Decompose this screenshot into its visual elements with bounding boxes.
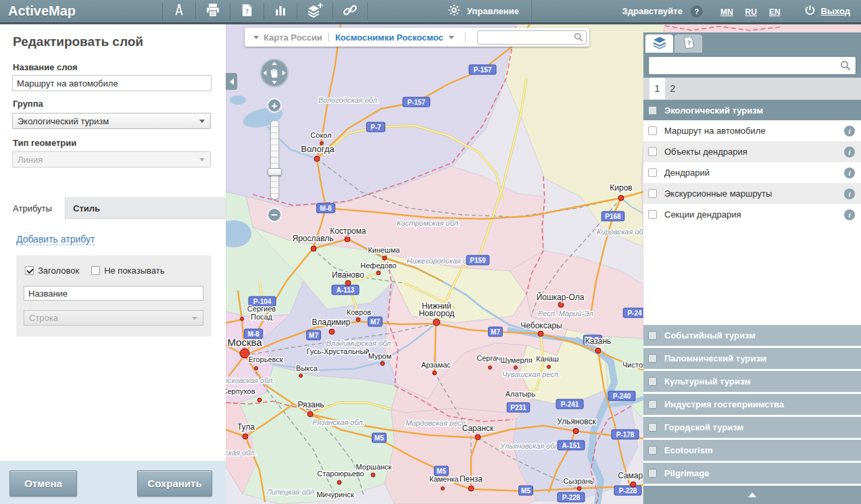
cancel-button[interactable]: Отмена (9, 470, 77, 497)
road-badge: М5 (519, 486, 533, 495)
chevron-down-icon[interactable] (449, 36, 454, 39)
layer-group-header[interactable]: Городской туризм (643, 417, 861, 438)
save-button[interactable]: Сохранить (137, 470, 212, 497)
layers-icon (651, 34, 668, 53)
svg-text:Р-241: Р-241 (561, 401, 579, 408)
group-select[interactable]: Экологический туризм (12, 113, 211, 129)
zoom-slider-handle[interactable] (268, 168, 282, 176)
layer-group-header[interactable]: Pilgrimage (643, 463, 861, 484)
svg-text:М7: М7 (491, 328, 500, 336)
svg-text:Егорьевск: Егорьевск (248, 355, 282, 363)
road-badge: М5 (372, 433, 387, 443)
layer-row[interactable]: Экскурсионные маршрутыi (643, 183, 861, 204)
zoom-slider[interactable] (270, 120, 279, 199)
language-link-mn[interactable]: MN (720, 7, 733, 17)
tab-style[interactable]: Стиль (65, 197, 108, 219)
tab-layers[interactable] (645, 34, 673, 53)
attribute-name-input[interactable] (24, 286, 203, 301)
hide-checkbox[interactable] (91, 266, 100, 275)
map-search-input[interactable] (477, 30, 587, 45)
layer-checkbox[interactable] (648, 147, 657, 156)
svg-text:Ярославль: Ярославль (292, 234, 333, 243)
svg-text:Иваново: Иваново (332, 270, 364, 280)
info-icon[interactable]: i (844, 126, 855, 136)
panel-scroll-up-button[interactable] (643, 486, 861, 504)
svg-text:Р-7: Р-7 (370, 124, 381, 131)
search-icon[interactable] (574, 32, 583, 44)
info-icon[interactable]: i (844, 168, 855, 178)
map-layer-switcher: Карта России Космоснимки Роскосмос (245, 28, 589, 47)
layer-checkbox[interactable] (648, 446, 657, 455)
layer-name-input[interactable] (12, 75, 212, 91)
svg-text:М5: М5 (521, 487, 531, 495)
layer-search-input[interactable] (648, 56, 856, 75)
layer-row[interactable]: Маршрут на автомобилеi (643, 120, 861, 141)
layer-checkbox[interactable] (648, 377, 657, 386)
svg-text:Владимир: Владимир (312, 318, 350, 327)
layer-checkbox[interactable] (648, 331, 657, 340)
layer-page-2[interactable]: 2 (665, 78, 681, 99)
svg-text:Тула: Тула (237, 422, 255, 432)
layer-checkbox[interactable] (648, 126, 657, 135)
title-checkbox[interactable] (25, 266, 34, 275)
print-button[interactable] (196, 3, 230, 20)
layer-name: Объекты дендрария (664, 147, 747, 157)
info-icon[interactable]: i (844, 188, 855, 199)
svg-text:Ульяновск: Ульяновск (557, 417, 596, 426)
layer-row[interactable]: Секции дендрарияi (643, 204, 861, 225)
add-attribute-link[interactable]: Добавить атрибут (16, 234, 95, 245)
collapse-left-panel-button[interactable] (226, 73, 237, 90)
add-layer-button[interactable] (297, 3, 333, 20)
attribute-type-select: Строка (24, 310, 203, 326)
layer-group-header[interactable]: Индустрия гостеприимства (643, 394, 861, 415)
layer-checkbox[interactable] (648, 423, 657, 432)
region-label: Кировская обл. (597, 228, 649, 236)
zoom-in-button[interactable]: + (267, 98, 282, 113)
help-button[interactable]: ? (691, 5, 703, 18)
region-label: Московская обл. (226, 376, 274, 384)
region-label: Респ. Марий-Эл (538, 309, 593, 318)
logout-button[interactable]: Выход (804, 4, 850, 19)
svg-text:Шумерля: Шумерля (500, 356, 532, 364)
layer-checkbox[interactable] (648, 469, 657, 478)
layer-checkbox[interactable] (648, 168, 657, 177)
layer-group-header[interactable]: Ecotourism (643, 440, 861, 461)
top-bar-right: Здравствуйте ? MNRUEN Выход (622, 4, 850, 19)
layer-checkbox[interactable] (648, 106, 657, 115)
layer-checkbox[interactable] (648, 210, 657, 219)
layer-group-header[interactable]: Экологический туризм (643, 100, 861, 120)
base-layer-button[interactable]: Карта России (264, 32, 322, 43)
tab-attributes[interactable]: Атрибуты (0, 197, 66, 219)
language-link-ru[interactable]: RU (745, 7, 757, 17)
layer-row[interactable]: Объекты дендрарияi (643, 141, 861, 162)
overlay-layer-button[interactable]: Космоснимки Роскосмос (335, 32, 443, 43)
tab-legend[interactable]: ? (674, 34, 702, 53)
layer-page-1[interactable]: 1 (649, 78, 665, 99)
chevron-down-icon[interactable] (253, 36, 259, 39)
language-link-en[interactable]: EN (769, 7, 781, 17)
city-marker: Гусь-Хрустальный (306, 347, 369, 355)
layer-group-header[interactable]: Культурный туризм (643, 371, 861, 392)
info-icon[interactable]: i (844, 147, 855, 157)
layer-group-header[interactable]: Событийный туризм (643, 325, 861, 346)
layer-checkbox[interactable] (648, 354, 657, 363)
svg-text:Р-178: Р-178 (616, 431, 635, 438)
top-bar: ActiveMap ? Управление Здравствуйте ? (0, 0, 861, 24)
search-icon[interactable] (840, 60, 851, 74)
chart-button[interactable] (264, 3, 297, 20)
region-label: Чувашская респ. (502, 370, 560, 378)
management-button[interactable]: Управление (447, 0, 532, 22)
svg-text:Сызрань: Сызрань (564, 477, 594, 485)
link-button[interactable] (333, 3, 368, 20)
svg-text:А-151: А-151 (562, 442, 581, 449)
pan-control[interactable] (260, 59, 289, 87)
layer-group-header[interactable]: Паломнический туризм (643, 348, 861, 369)
layer-checkbox[interactable] (648, 400, 657, 409)
layer-checkbox[interactable] (648, 189, 657, 198)
info-icon[interactable]: i (844, 209, 855, 220)
zoom-out-button[interactable]: − (267, 207, 282, 222)
power-icon (804, 4, 816, 19)
layer-row[interactable]: Дендрарийi (643, 162, 861, 183)
legend-button[interactable]: ? (230, 3, 264, 20)
measure-button[interactable] (162, 3, 196, 20)
